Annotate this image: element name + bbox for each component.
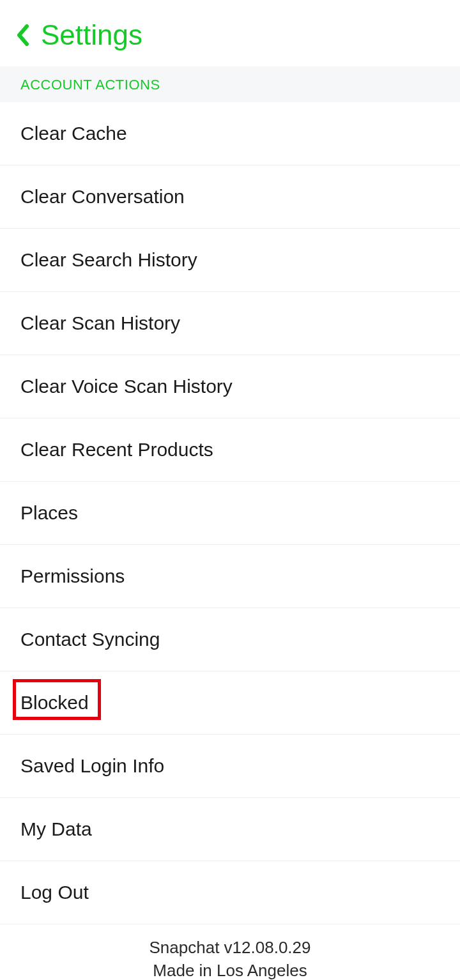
list-item-clear-recent-products[interactable]: Clear Recent Products bbox=[0, 418, 460, 482]
list-item-label: Places bbox=[20, 502, 78, 523]
list-item-saved-login-info[interactable]: Saved Login Info bbox=[0, 735, 460, 798]
list-item-contact-syncing[interactable]: Contact Syncing bbox=[0, 608, 460, 671]
list-item-label: Clear Scan History bbox=[20, 312, 180, 333]
list-item-permissions[interactable]: Permissions bbox=[0, 545, 460, 608]
list-item-places[interactable]: Places bbox=[0, 482, 460, 545]
list-item-label: Clear Voice Scan History bbox=[20, 376, 233, 397]
list-item-clear-conversation[interactable]: Clear Conversation bbox=[0, 165, 460, 229]
list-item-label: Clear Cache bbox=[20, 123, 127, 144]
footer: Snapchat v12.08.0.29 Made in Los Angeles bbox=[0, 924, 460, 980]
list-item-clear-voice-scan-history[interactable]: Clear Voice Scan History bbox=[0, 355, 460, 418]
list-item-label: Permissions bbox=[20, 565, 125, 586]
header-bar: Settings bbox=[0, 0, 460, 66]
list-item-label: Clear Conversation bbox=[20, 186, 185, 207]
list-item-my-data[interactable]: My Data bbox=[0, 798, 460, 861]
list-item-label: Blocked bbox=[20, 692, 89, 713]
list-item-label: Saved Login Info bbox=[20, 755, 164, 776]
page-title: Settings bbox=[41, 19, 142, 51]
section-header-account-actions: ACCOUNT ACTIONS bbox=[0, 66, 460, 102]
back-icon[interactable] bbox=[15, 24, 29, 46]
list-item-clear-scan-history[interactable]: Clear Scan History bbox=[0, 292, 460, 355]
list-item-log-out[interactable]: Log Out bbox=[0, 861, 460, 924]
list-item-blocked[interactable]: Blocked bbox=[0, 671, 460, 735]
footer-made-in: Made in Los Angeles bbox=[0, 959, 460, 980]
list-item-clear-search-history[interactable]: Clear Search History bbox=[0, 229, 460, 292]
list-item-clear-cache[interactable]: Clear Cache bbox=[0, 102, 460, 165]
footer-version: Snapchat v12.08.0.29 bbox=[0, 936, 460, 959]
list-item-label: Log Out bbox=[20, 882, 89, 903]
list-item-label: Clear Search History bbox=[20, 249, 197, 270]
list-item-label: Contact Syncing bbox=[20, 629, 160, 650]
list-item-label: My Data bbox=[20, 818, 92, 839]
list-item-label: Clear Recent Products bbox=[20, 439, 213, 460]
